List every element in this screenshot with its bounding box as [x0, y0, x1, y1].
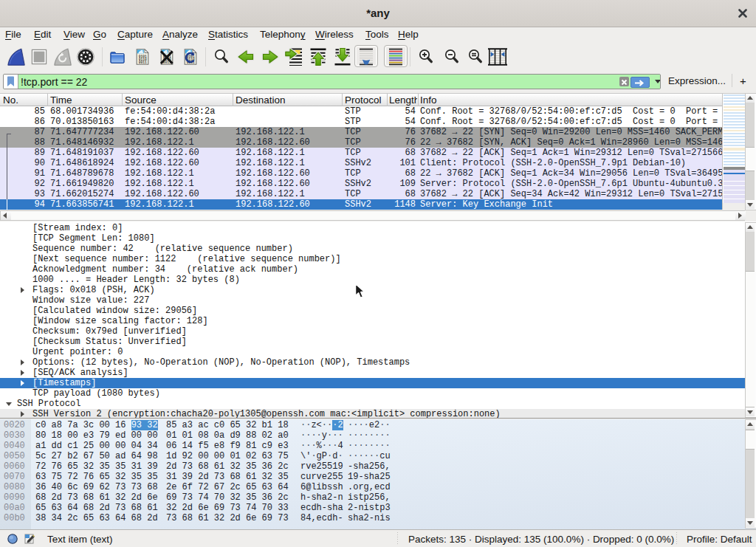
- svg-text:0011: 0011: [139, 61, 147, 64]
